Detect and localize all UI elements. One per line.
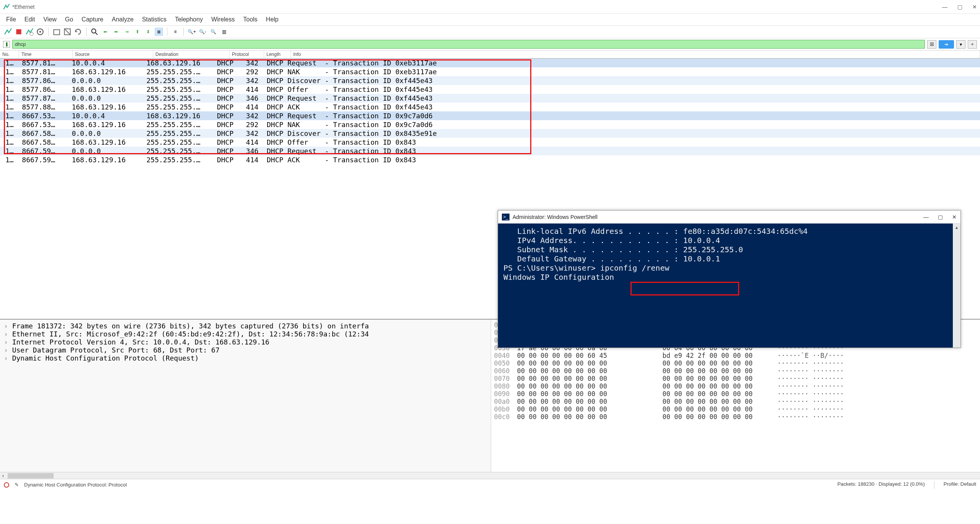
detail-line[interactable]: Ethernet II, Src: Microsof_e9:42:2f (60:… — [4, 330, 487, 338]
colhead-destination[interactable]: Destination — [153, 51, 230, 58]
go-forward-icon[interactable]: ➡ — [112, 28, 120, 36]
restart-capture-icon[interactable] — [25, 28, 34, 36]
colhead-protocol[interactable]: Protocol — [230, 51, 264, 58]
packet-row[interactable]: 1… 8577.81… 10.0.0.4 168.63.129.16 DHCP … — [0, 59, 980, 67]
packet-row[interactable]: 1… 8577.86… 168.63.129.16 255.255.255.… … — [0, 85, 980, 94]
ps-minimize-button[interactable]: ― — [923, 214, 929, 220]
packet-row[interactable]: 1… 8577.86… 0.0.0.0 255.255.255.… DHCP 3… — [0, 76, 980, 85]
packet-row[interactable]: 1… 8577.81… 168.63.129.16 255.255.255.… … — [0, 67, 980, 76]
ps-close-button[interactable]: ✕ — [952, 214, 957, 220]
menu-view[interactable]: View — [43, 16, 56, 23]
menu-analyze[interactable]: Analyze — [112, 16, 134, 23]
powershell-title: Administrator: Windows PowerShell — [513, 214, 598, 220]
powershell-titlebar[interactable]: >_ Administrator: Windows PowerShell ― ▢… — [498, 211, 960, 224]
hex-row[interactable]: 006000 00 00 00 00 00 00 00 00 00 00 00 … — [494, 367, 977, 375]
filter-clear-button[interactable]: ☒ — [927, 40, 936, 49]
find-icon[interactable] — [90, 28, 99, 36]
packet-row[interactable]: 1… 8667.59… 168.63.129.16 255.255.255.… … — [0, 155, 980, 164]
detail-line[interactable]: Internet Protocol Version 4, Src: 10.0.0… — [4, 338, 487, 346]
scroll-thumb[interactable] — [8, 473, 54, 478]
packet-row[interactable]: 1… 8667.58… 0.0.0.0 255.255.255.… DHCP 3… — [0, 129, 980, 138]
statusbar: ✎ Dynamic Host Configuration Protocol: P… — [0, 479, 980, 490]
status-profile[interactable]: Profile: Default — [944, 481, 976, 489]
zoom-reset-icon[interactable]: 🔍 — [209, 28, 217, 36]
menu-tools[interactable]: Tools — [243, 16, 257, 23]
detail-line[interactable]: User Datagram Protocol, Src Port: 68, Ds… — [4, 346, 487, 354]
powershell-body[interactable]: Link-local IPv6 Address . . . . . : fe80… — [498, 224, 960, 348]
detail-line[interactable]: Dynamic Host Configuration Protocol (Req… — [4, 354, 487, 362]
resize-columns-icon[interactable]: ▥ — [220, 28, 228, 36]
colhead-source[interactable]: Source — [73, 51, 153, 58]
scroll-up-icon[interactable]: ▴ — [953, 224, 960, 231]
packet-row[interactable]: 1… 8667.58… 168.63.129.16 255.255.255.… … — [0, 138, 980, 147]
window-titlebar: *Ethernet ― ▢ ✕ — [0, 0, 980, 14]
detail-line[interactable]: Frame 181372: 342 bytes on wire (2736 bi… — [4, 322, 487, 330]
go-back-icon[interactable]: ⬅ — [101, 28, 109, 36]
maximize-button[interactable]: ▢ — [957, 4, 962, 10]
ps-maximize-button[interactable]: ▢ — [938, 214, 943, 220]
packet-details-pane[interactable]: Frame 181372: 342 bytes on wire (2736 bi… — [0, 320, 491, 472]
hex-row[interactable]: 00a000 00 00 00 00 00 00 00 00 00 00 00 … — [494, 398, 977, 405]
hex-row[interactable]: 00c000 00 00 00 00 00 00 00 00 00 00 00 … — [494, 413, 977, 421]
minimize-button[interactable]: ― — [942, 4, 947, 10]
svg-line-6 — [64, 29, 70, 34]
colhead-length[interactable]: Length — [264, 51, 291, 58]
svg-rect-0 — [16, 29, 21, 34]
svg-rect-4 — [54, 30, 59, 35]
reload-icon[interactable] — [74, 28, 82, 36]
menu-go[interactable]: Go — [65, 16, 73, 23]
colhead-info[interactable]: Info — [291, 51, 980, 58]
packet-row[interactable]: 1… 8577.88… 168.63.129.16 255.255.255.… … — [0, 103, 980, 111]
hex-row[interactable]: 005000 00 00 00 00 00 00 00 00 00 00 00 … — [494, 359, 977, 367]
open-file-icon[interactable] — [52, 28, 61, 36]
menu-wireless[interactable]: Wireless — [211, 16, 235, 23]
filter-apply-button[interactable]: ➔ — [939, 40, 954, 49]
hex-row[interactable]: 009000 00 00 00 00 00 00 00 00 00 00 00 … — [494, 390, 977, 398]
filter-history-button[interactable]: ▾ — [956, 40, 965, 49]
horizontal-scrollbar[interactable]: ‹ — [0, 472, 980, 479]
ps-scrollbar[interactable]: ▴ — [953, 224, 960, 348]
powershell-window[interactable]: >_ Administrator: Windows PowerShell ― ▢… — [498, 210, 961, 348]
go-last-icon[interactable]: ⬇ — [144, 28, 152, 36]
zoom-out-icon[interactable]: 🔍- — [198, 28, 207, 36]
filter-bookmark-icon[interactable]: ❚ — [3, 41, 10, 48]
packet-row[interactable]: 1… 8667.53… 10.0.0.4 168.63.129.16 DHCP … — [0, 111, 980, 120]
hex-row[interactable]: 004000 00 00 00 00 00 60 45 bd e9 42 2f … — [494, 352, 977, 359]
ps-line: Windows IP Configuration — [503, 273, 955, 282]
packet-row[interactable]: 1… 8577.87… 0.0.0.0 255.255.255.… DHCP 3… — [0, 94, 980, 103]
zoom-in-icon[interactable]: 🔍+ — [188, 28, 196, 36]
ps-line: IPv4 Address. . . . . . . . . . . : 10.0… — [503, 236, 955, 245]
colhead-no[interactable]: No. — [0, 51, 19, 58]
menu-statistics[interactable]: Statistics — [142, 16, 167, 23]
save-file-icon[interactable] — [63, 28, 72, 36]
start-capture-icon[interactable] — [4, 28, 12, 36]
display-filter-input[interactable] — [12, 40, 925, 49]
colhead-time[interactable]: Time — [19, 51, 73, 58]
hex-row[interactable]: 008000 00 00 00 00 00 00 00 00 00 00 00 … — [494, 382, 977, 390]
go-to-packet-icon[interactable]: ⇥ — [122, 28, 131, 36]
powershell-icon: >_ — [502, 214, 510, 220]
svg-point-7 — [91, 29, 96, 33]
hex-row[interactable]: 00b000 00 00 00 00 00 00 00 00 00 00 00 … — [494, 405, 977, 413]
hex-row[interactable]: 007000 00 00 00 00 00 00 00 00 00 00 00 … — [494, 375, 977, 382]
ps-line: Link-local IPv6 Address . . . . . : fe80… — [503, 227, 955, 236]
status-packets: Packets: 188230 · Displayed: 12 (0.0%) — [837, 481, 924, 489]
packet-row[interactable]: 1… 8667.59… 0.0.0.0 255.255.255.… DHCP 3… — [0, 147, 980, 155]
menu-telephony[interactable]: Telephony — [175, 16, 203, 23]
packet-row[interactable]: 1… 8667.53… 168.63.129.16 255.255.255.… … — [0, 120, 980, 129]
menu-capture[interactable]: Capture — [82, 16, 103, 23]
filter-add-button[interactable]: ＋ — [968, 40, 977, 49]
stop-capture-icon[interactable] — [15, 28, 23, 36]
main-toolbar: ⬅ ➡ ⇥ ⬆ ⬇ ≣ ≡ 🔍+ 🔍- 🔍 ▥ — [0, 25, 980, 38]
capture-file-icon[interactable]: ✎ — [15, 482, 19, 488]
close-button[interactable]: ✕ — [972, 4, 977, 10]
colorize-icon[interactable]: ≡ — [171, 28, 180, 36]
menu-file[interactable]: File — [6, 16, 16, 23]
menu-edit[interactable]: Edit — [24, 16, 35, 23]
go-first-icon[interactable]: ⬆ — [133, 28, 142, 36]
scroll-left-icon[interactable]: ‹ — [0, 473, 6, 478]
capture-options-icon[interactable] — [36, 28, 44, 36]
auto-scroll-icon[interactable]: ≣ — [155, 28, 163, 36]
menu-help[interactable]: Help — [266, 16, 279, 23]
expert-info-icon[interactable] — [4, 482, 9, 488]
